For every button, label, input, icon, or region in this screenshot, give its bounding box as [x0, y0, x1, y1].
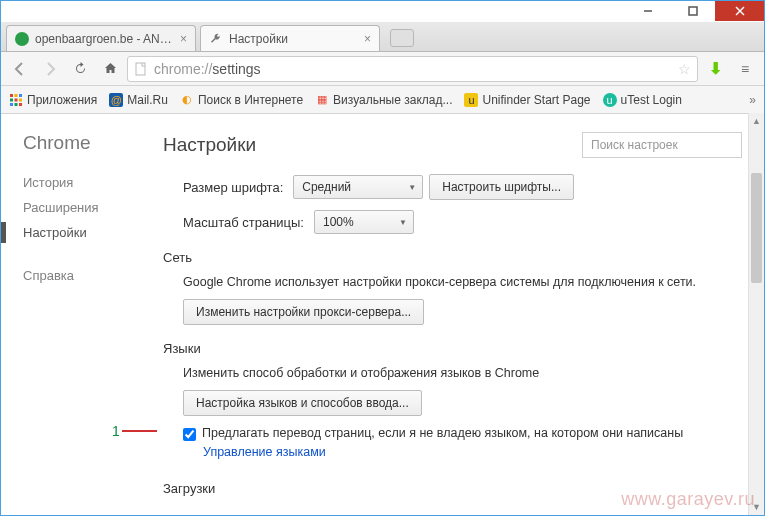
proxy-settings-button[interactable]: Изменить настройки прокси-сервера...: [183, 299, 424, 325]
sidebar-item-extensions[interactable]: Расширения: [23, 195, 151, 220]
font-size-label: Размер шрифта:: [183, 180, 283, 195]
page-zoom-label: Масштаб страницы:: [183, 215, 304, 230]
minimize-icon: [643, 6, 653, 16]
back-button[interactable]: [7, 56, 33, 82]
bookmark-label: Mail.Ru: [127, 93, 168, 107]
search-icon: ◐: [180, 93, 194, 107]
bookmark-unifinder[interactable]: uUnifinder Start Page: [464, 93, 590, 107]
svg-rect-6: [15, 94, 18, 97]
page-title: Настройки: [163, 134, 256, 156]
close-icon: [735, 6, 745, 16]
svg-rect-9: [15, 98, 18, 101]
scrollbar-thumb[interactable]: [751, 173, 762, 283]
network-section-title: Сеть: [163, 250, 742, 265]
window-minimize-button[interactable]: [625, 1, 670, 21]
bookmark-search[interactable]: ◐Поиск в Интернете: [180, 93, 303, 107]
manage-languages-link[interactable]: Управление языками: [203, 445, 326, 459]
svg-rect-12: [15, 103, 18, 106]
forward-button[interactable]: [37, 56, 63, 82]
utest-icon: u: [603, 93, 617, 107]
maximize-icon: [688, 6, 698, 16]
bookmark-utest[interactable]: uuTest Login: [603, 93, 682, 107]
tab-label: Настройки: [229, 32, 358, 46]
svg-rect-13: [19, 103, 22, 106]
page-icon: [134, 62, 148, 76]
annotation-number: 1: [112, 423, 120, 439]
tab-strip: openbaargroen.be - ANRG × Настройки ×: [1, 22, 764, 52]
bookmark-label: Визуальные заклад...: [333, 93, 452, 107]
language-settings-button[interactable]: Настройка языков и способов ввода...: [183, 390, 422, 416]
network-description: Google Chrome использует настройки прокс…: [183, 275, 742, 289]
bookmark-label: Поиск в Интернете: [198, 93, 303, 107]
offer-translate-checkbox[interactable]: [183, 428, 196, 441]
arrow-left-icon: [12, 61, 28, 77]
vertical-scrollbar[interactable]: ▲ ▼: [748, 113, 764, 515]
window-close-button[interactable]: [715, 1, 764, 21]
window-titlebar: [1, 1, 764, 22]
tab-label: openbaargroen.be - ANRG: [35, 32, 174, 46]
reload-button[interactable]: [67, 56, 93, 82]
svg-rect-1: [689, 7, 697, 15]
tab-0[interactable]: openbaargroen.be - ANRG ×: [6, 25, 196, 51]
wrench-icon: [209, 32, 223, 46]
search-settings-input[interactable]: Поиск настроек: [582, 132, 742, 158]
sidebar-brand: Chrome: [23, 132, 151, 154]
apps-button[interactable]: Приложения: [9, 93, 97, 107]
bookmark-visual[interactable]: ▦Визуальные заклад...: [315, 93, 452, 107]
settings-sidebar: Chrome История Расширения Настройки Спра…: [1, 114, 151, 515]
annotation-callout: 1: [112, 423, 157, 439]
favicon-icon: [15, 32, 29, 46]
svg-rect-11: [10, 103, 13, 106]
tab-close-icon[interactable]: ×: [180, 32, 187, 46]
arrow-right-icon: [42, 61, 58, 77]
settings-main: Настройки Поиск настроек Размер шрифта: …: [151, 114, 764, 515]
annotation-line: [122, 430, 157, 432]
address-bar[interactable]: chrome://settings ☆: [127, 56, 698, 82]
reload-icon: [73, 61, 88, 76]
font-size-select[interactable]: Средний: [293, 175, 423, 199]
apps-label: Приложения: [27, 93, 97, 107]
visual-bookmarks-icon: ▦: [315, 93, 329, 107]
window-maximize-button[interactable]: [670, 1, 715, 21]
new-tab-button[interactable]: [390, 29, 414, 47]
offer-translate-label: Предлагать перевод страниц, если я не вл…: [202, 426, 683, 440]
watermark-text: www.garayev.ru: [621, 489, 755, 510]
download-arrow-icon: ⬇: [709, 59, 722, 78]
bookmark-label: Unifinder Start Page: [482, 93, 590, 107]
svg-rect-4: [136, 63, 145, 75]
languages-description: Изменить способ обработки и отображения …: [183, 366, 742, 380]
downloads-button[interactable]: ⬇: [702, 56, 728, 82]
svg-rect-10: [19, 98, 22, 101]
sidebar-item-help[interactable]: Справка: [23, 263, 151, 288]
svg-rect-5: [10, 94, 13, 97]
svg-rect-8: [10, 98, 13, 101]
nav-toolbar: chrome://settings ☆ ⬇ ≡: [1, 52, 764, 86]
languages-section-title: Языки: [163, 341, 742, 356]
sidebar-item-history[interactable]: История: [23, 170, 151, 195]
tab-1[interactable]: Настройки ×: [200, 25, 380, 51]
bookmark-mailru[interactable]: @Mail.Ru: [109, 93, 168, 107]
bookmarks-overflow-button[interactable]: »: [749, 93, 756, 107]
menu-button[interactable]: ≡: [732, 56, 758, 82]
page-zoom-select[interactable]: 100%: [314, 210, 414, 234]
bookmarks-bar: Приложения @Mail.Ru ◐Поиск в Интернете ▦…: [1, 86, 764, 114]
mailru-icon: @: [109, 93, 123, 107]
sidebar-item-settings[interactable]: Настройки: [23, 220, 151, 245]
scroll-up-icon[interactable]: ▲: [749, 113, 764, 129]
apps-grid-icon: [9, 93, 23, 107]
unifinder-icon: u: [464, 93, 478, 107]
customize-fonts-button[interactable]: Настроить шрифты...: [429, 174, 574, 200]
svg-rect-7: [19, 94, 22, 97]
bookmark-star-icon[interactable]: ☆: [678, 61, 691, 77]
hamburger-icon: ≡: [741, 61, 749, 77]
tab-close-icon[interactable]: ×: [364, 32, 371, 46]
home-button[interactable]: [97, 56, 123, 82]
url-text: chrome://settings: [154, 61, 261, 77]
bookmark-label: uTest Login: [621, 93, 682, 107]
home-icon: [103, 61, 118, 76]
